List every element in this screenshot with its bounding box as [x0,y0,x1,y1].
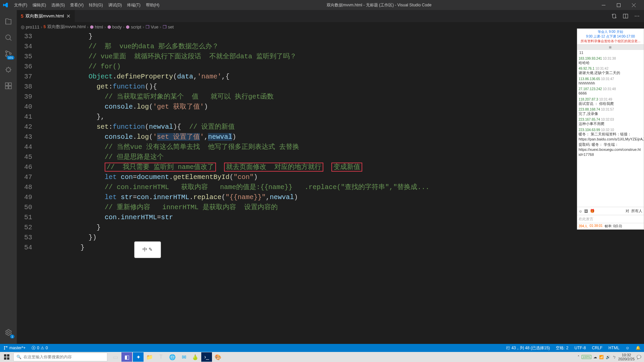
tabbar-actions [611,13,644,19]
menu-terminal[interactable]: 终端(T) [124,1,143,9]
svg-point-11 [7,331,9,334]
tray-wifi-icon[interactable]: 📶 [599,355,604,359]
svg-rect-23 [4,357,6,360]
maximize-button[interactable] [611,0,626,10]
breadcrumb-item[interactable]: ⬢html [90,24,103,29]
svg-rect-22 [7,354,9,357]
app-mail-icon[interactable]: ✉ [178,352,189,362]
chat-stats: 394人 01:38:01 帧率: 0(0.0) [577,223,644,229]
chat-collapse-handle[interactable]: ≡ [577,45,644,50]
app-powershell-icon[interactable]: ›_ [201,352,212,362]
taskbar-clock[interactable]: 10:32 2020/2/25 [618,353,635,361]
app-explorer-icon[interactable]: 📁 [144,352,155,362]
chat-messages[interactable]: 183.199.93.241 10:31:38哈哈哈49.92.76.1 10:… [577,55,644,207]
menu-file[interactable]: 文件(F) [11,1,30,9]
app-vscode-icon[interactable]: ✦ [133,352,144,362]
tray-cloud-icon[interactable]: ☁ [593,355,597,359]
app-paint-icon[interactable]: 🎨 [213,352,223,362]
search-icon: 🔍 [16,355,21,359]
activity-scm[interactable]: 101 [0,46,16,62]
status-bell-icon[interactable]: 🔔 [636,346,641,350]
app-teams-icon[interactable]: ◧ [121,352,132,362]
compare-changes-icon[interactable] [611,13,617,19]
svg-point-16 [637,16,637,16]
svg-point-12 [612,14,613,15]
svg-point-18 [4,346,5,347]
menu-debug[interactable]: 调试(D) [106,1,125,9]
chat-tab-to[interactable]: 对 [626,208,629,214]
window-title: 双向数据mvvm.html - 无标题 (工作区) - Visual Studi… [162,2,596,8]
cube-icon: ❒ [163,24,167,29]
gift-icon[interactable]: 🎁 [590,209,595,213]
svg-point-5 [10,53,11,55]
chat-input[interactable]: 在此发言 [577,215,644,223]
activity-debug[interactable] [0,62,16,78]
breadcrumb-item[interactable]: ⬢body [107,24,122,29]
minimize-button[interactable] [596,0,611,10]
activity-settings[interactable]: 1 [0,324,16,341]
menu-help[interactable]: 帮助(H) [143,1,162,9]
taskview-icon[interactable]: ▭ [110,352,121,362]
breadcrumb-item[interactable]: ❒Vue [146,24,159,29]
html-file-icon: 5 [21,13,23,19]
breadcrumb-item[interactable]: ❒set [163,24,174,29]
activity-search[interactable] [0,29,16,46]
close-button[interactable] [626,0,641,10]
tray-ime-icon[interactable]: ㄅ [612,355,616,360]
svg-point-13 [615,17,616,18]
html-file-icon: 5 [44,24,46,29]
status-bar: master*+ ⓧ0 ⚠0 行 43，列 48 (已选择15) 空格: 2 U… [0,344,644,352]
tab-close-icon[interactable] [66,14,71,18]
app-text-icon[interactable]: T [156,352,166,362]
warning-icon: ⚠ [41,346,44,350]
tab-file[interactable]: 5 双向数据mvvm.html [17,10,75,22]
menu-go[interactable]: 转到(G) [86,1,105,9]
svg-point-19 [4,349,5,349]
notification-center-icon[interactable]: 💬 [637,355,641,359]
more-actions-icon[interactable] [634,13,640,19]
breadcrumbs[interactable]: ◎pro111 › 5双向数据mvvm.html › ⬢html › ⬢body… [17,22,644,32]
breadcrumb-item[interactable]: 5双向数据mvvm.html [44,24,86,30]
error-icon: ⓧ [32,345,36,351]
breadcrumb-item[interactable]: ◎pro111 [21,24,39,29]
status-lang[interactable]: HTML [608,346,620,350]
menu-view[interactable]: 查看(V) [67,1,86,9]
chat-tab-all[interactable]: 所有人 [631,208,642,214]
svg-rect-10 [9,86,11,89]
menu-selection[interactable]: 选择(S) [49,1,67,9]
activity-extensions[interactable] [0,78,16,94]
image-icon[interactable]: 🖼 [584,209,588,213]
svg-rect-0 [602,5,605,5]
app-pear-icon[interactable]: 🍐 [190,352,201,362]
chevron-right-icon: › [41,24,42,29]
svg-rect-24 [7,357,9,360]
chevron-right-icon: › [123,24,124,29]
tray-expand-icon[interactable]: ˄ [578,355,580,359]
editor-area: 5 双向数据mvvm.html ◎pro111 › 5双向数据mvvm.html… [17,10,644,344]
activity-explorer[interactable] [0,13,16,29]
svg-point-17 [638,16,639,16]
status-branch[interactable]: master*+ [3,346,25,350]
battery-icon[interactable]: 100% [582,355,591,359]
status-cursor[interactable]: 行 43，列 48 (已选择15) [506,345,550,351]
chat-overlay[interactable]: 等会人 9:00 开始 9:00 上课-12 点下课 14:00-17:00 所… [577,28,644,230]
status-encoding[interactable]: UTF-8 [575,346,586,350]
split-editor-icon[interactable] [623,13,629,19]
system-tray[interactable]: ˄ 100% ☁ 📶 🔊 ㄅ 10:32 2020/2/25 💬 [578,353,644,361]
gutter: 3334353637383940414243444546474849505152… [17,32,40,344]
ime-indicator[interactable]: 中 ✎ [134,241,161,258]
symbol-icon: ⬢ [107,24,111,29]
menu-edit[interactable]: 编辑(E) [30,1,49,9]
status-spaces[interactable]: 空格: 2 [556,345,568,351]
code-content[interactable]: } // 那 vue的data 那么多数据怎么办？ // vue里面 就循环执行… [40,32,644,344]
app-chrome-icon[interactable]: 🌐 [167,352,178,362]
start-button[interactable] [0,352,13,362]
taskbar-search[interactable]: 🔍 在这里输入你要搜索的内容 [13,353,107,361]
status-feedback-icon[interactable]: ☺ [626,346,630,350]
status-problems[interactable]: ⓧ0 ⚠0 [32,345,48,351]
code-editor[interactable]: 3334353637383940414243444546474849505152… [17,32,644,344]
tray-volume-icon[interactable]: 🔊 [606,355,610,359]
status-eol[interactable]: CRLF [592,346,602,350]
breadcrumb-item[interactable]: ⬢script [126,24,141,29]
emoji-icon[interactable]: ☺ [579,209,582,213]
